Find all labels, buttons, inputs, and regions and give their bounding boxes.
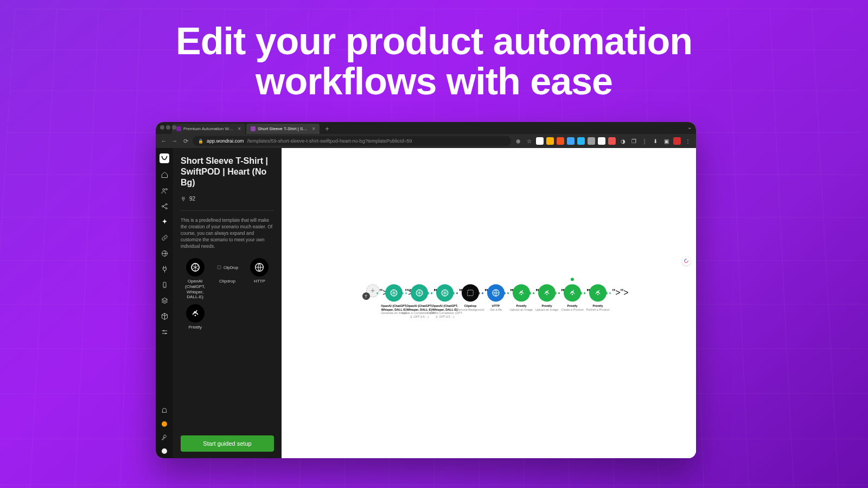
node-title: HTTP xyxy=(492,304,500,308)
service-printify[interactable]: Printify xyxy=(181,304,209,330)
url-domain: app.wondrai.com xyxy=(207,138,244,144)
browser-tab[interactable]: Short Sleeve T-Shirt | SwiftP× xyxy=(246,124,320,134)
node-title: Printify xyxy=(593,304,603,308)
avatar[interactable] xyxy=(162,448,167,454)
profile-icon[interactable] xyxy=(673,137,681,145)
template-description: This is a predefined template that will … xyxy=(181,217,274,249)
rail-layers-icon[interactable] xyxy=(160,296,169,305)
nav-back-button[interactable]: ← xyxy=(160,138,168,144)
tab-close-icon[interactable]: × xyxy=(312,126,315,132)
template-title: Short Sleeve T-Shirt | SwiftPOD | Heart … xyxy=(181,156,274,188)
credits-value: 92 xyxy=(189,196,195,202)
workflow-flow: ＋T">">">">OpenAI (ChatGPT, Whisper, DALL… xyxy=(291,284,686,318)
rail-mobile-icon[interactable] xyxy=(160,280,169,289)
new-tab-button[interactable]: ＋ xyxy=(321,124,334,134)
zoom-icon[interactable]: ⊕ xyxy=(514,138,522,144)
app-rail xyxy=(156,148,173,458)
rail-plug-icon[interactable] xyxy=(160,265,169,273)
services-grid: OpenAI (ChatGPT, Whisper, DALL-E)ClipDro… xyxy=(181,258,274,330)
rail-link-icon[interactable] xyxy=(160,233,169,242)
window-controls[interactable] xyxy=(160,125,176,130)
key-icon[interactable] xyxy=(160,433,169,442)
rail-globe-icon[interactable] xyxy=(160,249,169,258)
bell-icon[interactable] xyxy=(160,406,169,415)
nav-reload-button[interactable]: ⟳ xyxy=(182,138,189,145)
rail-home-icon[interactable] xyxy=(160,170,169,179)
service-http[interactable]: HTTP xyxy=(245,258,274,299)
rail-share-icon[interactable] xyxy=(160,202,169,210)
extension-icon[interactable] xyxy=(598,137,605,145)
extension-icon[interactable] xyxy=(608,137,616,145)
browser-tab[interactable]: Premium Automation Workflo× xyxy=(172,124,245,134)
timer-badge-icon: T xyxy=(362,292,370,300)
bookmark-icon[interactable]: ☆ xyxy=(525,138,533,144)
extension-icon[interactable] xyxy=(588,137,595,145)
node-subtitle: Create a Completion (GPT-3, GPT-3.5…) xyxy=(426,311,464,318)
node-title: Printify xyxy=(567,304,578,308)
node-title: Printify xyxy=(542,304,552,308)
service-openai[interactable]: OpenAI (ChatGPT, Whisper, DALL-E) xyxy=(181,258,209,299)
browser-tab-strip: Premium Automation Workflo×Short Sleeve … xyxy=(156,122,696,134)
url-path: /templates/59-short-sleeve-t-shirt-swift… xyxy=(247,138,412,144)
service-label: HTTP xyxy=(254,279,265,284)
service-clipdrop[interactable]: ClipDropClipdrop xyxy=(213,258,241,299)
printify-icon xyxy=(186,304,205,323)
extension-icon[interactable] xyxy=(557,137,564,145)
http-icon xyxy=(250,258,269,277)
puzzle-icon[interactable]: ❐ xyxy=(630,138,637,144)
hero-heading: Edit your product automation workflows w… xyxy=(0,22,868,101)
rail-cube-icon[interactable] xyxy=(160,312,169,320)
node-subtitle: Publish a Product xyxy=(586,308,609,312)
rail-users-icon[interactable] xyxy=(160,186,169,195)
extension-icon[interactable] xyxy=(567,137,575,145)
start-guided-setup-button[interactable]: Start guided setup xyxy=(181,435,274,452)
openai-icon xyxy=(186,258,205,277)
extension-icon[interactable] xyxy=(546,137,554,145)
tab-close-icon[interactable]: × xyxy=(238,126,241,132)
extensions-menu-icon[interactable]: ◑ xyxy=(619,138,627,144)
hero-line-2: workflows with ease xyxy=(0,62,868,102)
clipdrop-icon: ClipDrop xyxy=(218,258,237,277)
workflow-node-printify[interactable]: PrintifyPublish a Product xyxy=(579,284,617,311)
tab-overflow-button[interactable]: ⌄ xyxy=(687,124,692,130)
template-panel: Short Sleeve T-Shirt | SwiftPOD | Heart … xyxy=(173,148,282,458)
template-credits: 92 xyxy=(181,196,274,202)
app-logo[interactable] xyxy=(159,153,169,163)
rail-sparkle-icon[interactable] xyxy=(160,217,169,226)
node-title: Clipdrop xyxy=(464,304,477,308)
kebab-menu-icon[interactable]: ⋮ xyxy=(684,138,692,144)
address-bar[interactable]: 🔒 app.wondrai.com/templates/59-short-sle… xyxy=(193,136,511,146)
plug-icon xyxy=(181,196,186,202)
browser-toolbar: ← → ⟳ 🔒 app.wondrai.com/templates/59-sho… xyxy=(156,134,696,148)
divider xyxy=(181,210,274,211)
download-icon[interactable]: ⬇ xyxy=(652,138,659,144)
node-title: Printify xyxy=(516,304,527,308)
panel-icon[interactable]: ▣ xyxy=(662,138,670,144)
tab-favicon xyxy=(251,126,256,131)
extension-icon[interactable] xyxy=(577,137,585,145)
tab-favicon xyxy=(176,126,181,131)
service-label: OpenAI (ChatGPT, Whisper, DALL-E) xyxy=(181,279,209,299)
service-label: Clipdrop xyxy=(219,279,235,284)
help-icon[interactable] xyxy=(162,421,167,427)
node-subtitle: Get a file xyxy=(490,308,502,312)
tab-title: Premium Automation Workflo xyxy=(183,126,235,131)
service-label: Printify xyxy=(188,325,201,330)
rail-sliders-icon[interactable] xyxy=(160,328,169,336)
canvas-reset-button[interactable] xyxy=(682,256,691,265)
workflow-canvas[interactable]: ＋T">">">">OpenAI (ChatGPT, Whisper, DALL… xyxy=(282,148,696,458)
hero-line-1: Edit your product automation xyxy=(0,22,868,62)
toolbar-right: ⊕ ☆ ◑ ❐ | ⬇ ▣ ⋮ xyxy=(514,137,692,145)
lock-icon: 🔒 xyxy=(198,139,203,144)
tab-title: Short Sleeve T-Shirt | SwiftP xyxy=(258,126,310,131)
nav-forward-button[interactable]: → xyxy=(171,138,178,144)
browser-window: Premium Automation Workflo×Short Sleeve … xyxy=(156,122,696,458)
extension-icon[interactable] xyxy=(536,137,544,145)
